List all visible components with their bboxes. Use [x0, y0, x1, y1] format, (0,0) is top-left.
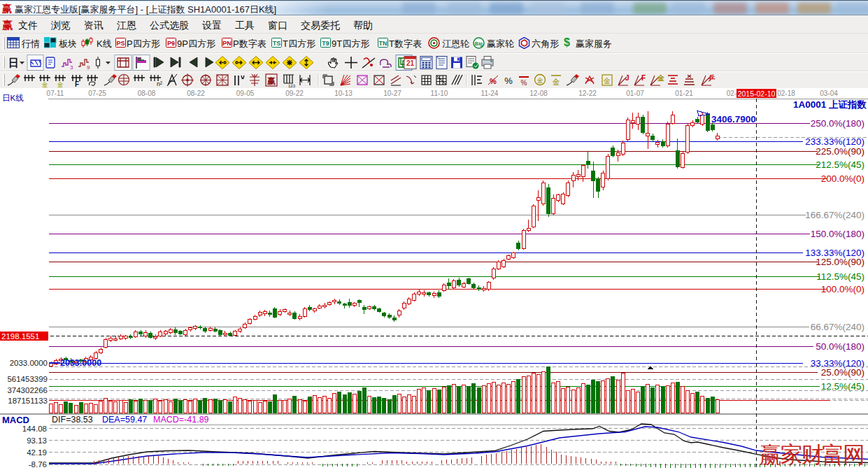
svg-text:200.0%(0): 200.0%(0) [821, 173, 865, 184]
svg-text:21: 21 [406, 59, 415, 67]
svg-text:3406.7900: 3406.7900 [711, 114, 756, 124]
svg-text:09-22: 09-22 [285, 90, 304, 97]
svg-text:561453399: 561453399 [7, 375, 48, 383]
svg-text:金: 金 [537, 77, 543, 84]
svg-text:%: % [490, 77, 497, 85]
svg-text:08-08: 08-08 [138, 90, 156, 97]
svg-text:10-27: 10-27 [383, 90, 401, 97]
svg-text:25.0%(90): 25.0%(90) [821, 367, 865, 378]
svg-text:Big: Big [475, 41, 483, 47]
svg-text:212.5%(45): 212.5%(45) [816, 159, 865, 170]
svg-text:12.5%(45): 12.5%(45) [821, 381, 865, 392]
svg-text:150.0%(180): 150.0%(180) [811, 229, 865, 239]
svg-text:166.67%(240): 166.67%(240) [805, 210, 865, 220]
svg-text:08-22: 08-22 [187, 90, 205, 97]
svg-text:03-04: 03-04 [820, 90, 838, 97]
svg-text:112.5%(45): 112.5%(45) [816, 271, 865, 282]
svg-text:J: J [625, 74, 629, 82]
svg-text:93.13: 93.13 [27, 436, 47, 445]
svg-text:07-25: 07-25 [88, 90, 106, 97]
svg-text:TS: TS [273, 40, 281, 47]
svg-text:1A0001 上证指数: 1A0001 上证指数 [793, 99, 867, 110]
svg-text:PS: PS [116, 40, 124, 47]
svg-text:赢: 赢 [266, 76, 276, 86]
svg-text:10-13: 10-13 [334, 90, 353, 97]
svg-text:02-: 02- [727, 90, 737, 97]
svg-text:11-10: 11-10 [431, 90, 448, 97]
svg-text:TN: TN [379, 40, 387, 47]
svg-text:F: F [75, 80, 79, 88]
svg-text:12-08: 12-08 [529, 90, 548, 97]
svg-text:金: 金 [42, 81, 48, 88]
svg-text:赢家财富网: 赢家财富网 [760, 442, 865, 467]
svg-text:DIF=38.53: DIF=38.53 [52, 415, 93, 425]
svg-text:250.0%(180): 250.0%(180) [811, 118, 865, 129]
svg-text:n²: n² [157, 80, 162, 87]
svg-text:9: 9 [87, 64, 90, 71]
svg-text:2015-02-10: 2015-02-10 [738, 90, 776, 98]
svg-text:42.19: 42.19 [27, 448, 47, 457]
svg-text:金: 金 [603, 77, 611, 85]
svg-text:2198.1551: 2198.1551 [1, 332, 39, 341]
svg-text:144.08: 144.08 [22, 425, 47, 433]
svg-text:12-22: 12-22 [578, 90, 597, 97]
svg-text:02-18: 02-18 [777, 90, 795, 97]
svg-text:2033.0000: 2033.0000 [10, 359, 48, 367]
svg-text:07-11: 07-11 [47, 90, 64, 97]
svg-text:PN: PN [222, 40, 232, 47]
svg-text:09-05: 09-05 [236, 90, 255, 97]
svg-text:金: 金 [553, 78, 560, 86]
svg-text:3: 3 [70, 64, 73, 71]
svg-text:01-07: 01-07 [626, 90, 644, 97]
svg-text:DEA=59.47: DEA=59.47 [102, 415, 147, 425]
svg-text:MACD=-41.89: MACD=-41.89 [153, 415, 209, 425]
svg-text:2033.0000: 2033.0000 [60, 358, 101, 368]
svg-text:66.67%(240): 66.67%(240) [811, 322, 865, 332]
svg-text:225.0%(90): 225.0%(90) [816, 146, 865, 157]
svg-text:金: 金 [657, 74, 664, 82]
svg-text:-8.76: -8.76 [29, 460, 47, 469]
svg-text:T9: T9 [322, 40, 329, 47]
svg-text:187151133: 187151133 [8, 397, 48, 405]
svg-text:11-24: 11-24 [481, 90, 499, 97]
svg-text:50.0%(180): 50.0%(180) [816, 341, 865, 352]
svg-text:%: % [521, 79, 527, 87]
svg-text:日K线: 日K线 [2, 94, 24, 102]
svg-text:125.0%(90): 125.0%(90) [816, 257, 865, 267]
svg-text:金: 金 [57, 81, 64, 88]
svg-text:P9: P9 [167, 40, 175, 47]
svg-text:374302266: 374302266 [7, 386, 48, 394]
svg-text:F: F [641, 74, 646, 82]
svg-text:%: % [504, 76, 513, 86]
svg-text:01-21: 01-21 [675, 90, 693, 97]
svg-text:乒: 乒 [708, 74, 716, 82]
svg-text:100.0%(0): 100.0%(0) [821, 284, 865, 294]
svg-text:日: 日 [8, 57, 19, 69]
